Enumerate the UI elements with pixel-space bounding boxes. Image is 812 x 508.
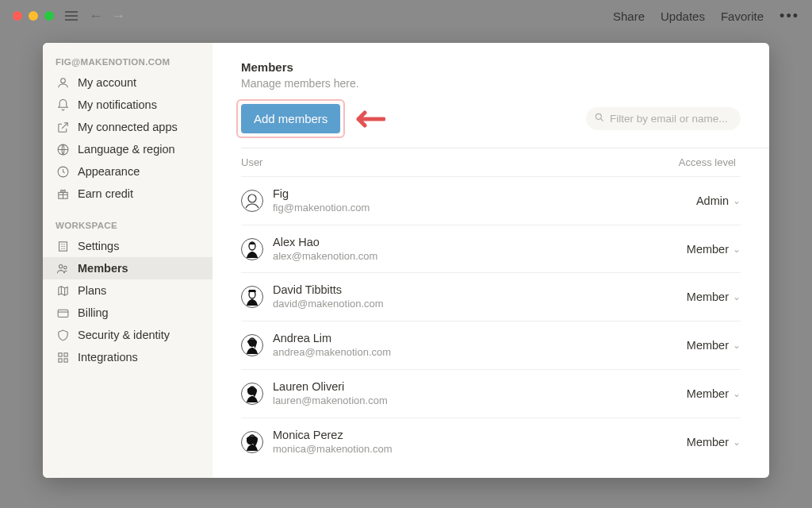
add-members-button[interactable]: Add members bbox=[241, 104, 340, 133]
sidebar-item-earn-credit[interactable]: Earn credit bbox=[43, 183, 213, 205]
sidebar-item-members[interactable]: Members bbox=[43, 257, 213, 279]
table-header: User Access level bbox=[241, 148, 741, 176]
member-name: David Tibbitts bbox=[273, 283, 645, 298]
chevron-down-icon: ⌄ bbox=[733, 195, 741, 206]
more-button[interactable]: ••• bbox=[779, 8, 799, 25]
filter-input[interactable] bbox=[586, 107, 741, 130]
search-icon bbox=[594, 112, 605, 126]
avatar-icon bbox=[56, 75, 70, 90]
sidebar-item-appearance[interactable]: Appearance bbox=[43, 160, 213, 183]
fullscreen-window-button[interactable] bbox=[44, 11, 54, 21]
avatar bbox=[241, 334, 263, 356]
menu-icon[interactable] bbox=[65, 11, 78, 21]
sidebar-item-label: Members bbox=[78, 262, 128, 275]
sidebar-item-label: Appearance bbox=[78, 165, 140, 178]
sidebar-item-notifications[interactable]: My notifications bbox=[43, 94, 213, 116]
window-traffic-lights bbox=[13, 11, 54, 21]
sidebar-item-label: My connected apps bbox=[78, 121, 178, 133]
avatar bbox=[241, 431, 263, 453]
credit-card-icon bbox=[56, 306, 70, 320]
updates-button[interactable]: Updates bbox=[661, 10, 705, 23]
sidebar-item-connected-apps[interactable]: My connected apps bbox=[43, 116, 213, 138]
avatar bbox=[241, 286, 263, 308]
chevron-down-icon: ⌄ bbox=[733, 388, 741, 399]
sidebar-item-my-account[interactable]: My account bbox=[43, 71, 213, 94]
avatar bbox=[241, 383, 263, 405]
svg-rect-10 bbox=[58, 358, 61, 361]
avatar bbox=[241, 190, 263, 212]
svg-rect-9 bbox=[63, 352, 67, 356]
access-level-dropdown[interactable]: Member⌄ bbox=[645, 243, 741, 256]
globe-icon bbox=[56, 142, 70, 156]
access-level-dropdown[interactable]: Member⌄ bbox=[645, 436, 741, 448]
sidebar-item-label: Billing bbox=[78, 306, 109, 319]
member-name: Alex Hao bbox=[273, 235, 645, 250]
sidebar-item-settings[interactable]: Settings bbox=[43, 235, 213, 257]
sidebar-item-label: Settings bbox=[78, 240, 119, 252]
member-name: Fig bbox=[273, 187, 645, 202]
sidebar-item-label: Earn credit bbox=[78, 187, 133, 200]
forward-button[interactable]: → bbox=[111, 8, 125, 25]
close-window-button[interactable] bbox=[13, 11, 22, 21]
grid-icon bbox=[56, 350, 70, 364]
member-name: Monica Perez bbox=[273, 428, 645, 443]
avatar bbox=[241, 238, 263, 260]
sidebar-item-plans[interactable]: Plans bbox=[43, 279, 213, 302]
back-button[interactable]: ← bbox=[89, 8, 103, 25]
bell-icon bbox=[56, 98, 70, 112]
content-pane: Members Manage members here. Add members… bbox=[213, 43, 769, 478]
chevron-down-icon: ⌄ bbox=[733, 244, 741, 255]
sidebar-item-label: My account bbox=[78, 76, 136, 89]
system-topbar: ← → Share Updates Favorite ••• bbox=[0, 0, 812, 32]
external-link-icon bbox=[56, 120, 70, 134]
sidebar-item-label: Plans bbox=[78, 284, 106, 297]
clock-icon bbox=[56, 164, 70, 179]
svg-point-6 bbox=[63, 266, 67, 269]
svg-point-5 bbox=[59, 264, 62, 267]
page-subtitle: Manage members here. bbox=[241, 77, 741, 90]
member-list: Fig fig@makenotion.com Admin⌄ Alex Hao a… bbox=[241, 176, 741, 478]
sidebar-item-integrations[interactable]: Integrations bbox=[43, 346, 213, 368]
chevron-down-icon: ⌄ bbox=[733, 340, 741, 351]
sidebar-item-label: My notifications bbox=[78, 98, 157, 111]
member-row: Lauren Oliveri lauren@makenotion.com Mem… bbox=[241, 369, 741, 418]
svg-rect-4 bbox=[59, 241, 67, 250]
people-icon bbox=[56, 261, 70, 275]
svg-rect-11 bbox=[63, 358, 67, 361]
access-level-dropdown[interactable]: Admin⌄ bbox=[645, 194, 741, 207]
settings-modal: FIG@MAKENOTION.COM My account My notific… bbox=[43, 43, 769, 478]
svg-point-13 bbox=[248, 194, 256, 202]
shield-icon bbox=[56, 328, 70, 342]
column-header-user: User bbox=[241, 156, 645, 168]
account-section-title: FIG@MAKENOTION.COM bbox=[43, 54, 213, 71]
member-row: Monica Perez monica@makenotion.com Membe… bbox=[241, 418, 741, 466]
favorite-button[interactable]: Favorite bbox=[721, 10, 764, 23]
member-name: Lauren Oliveri bbox=[273, 379, 645, 394]
svg-rect-8 bbox=[58, 352, 61, 356]
access-level-dropdown[interactable]: Member⌄ bbox=[645, 387, 741, 400]
access-level-dropdown[interactable]: Member⌄ bbox=[645, 339, 741, 352]
sidebar-item-security[interactable]: Security & identity bbox=[43, 324, 213, 346]
svg-rect-7 bbox=[58, 310, 68, 317]
svg-point-0 bbox=[60, 78, 65, 83]
sidebar-item-language[interactable]: Language & region bbox=[43, 138, 213, 160]
column-header-access: Access level bbox=[645, 156, 741, 168]
settings-sidebar: FIG@MAKENOTION.COM My account My notific… bbox=[43, 43, 213, 478]
map-icon bbox=[56, 283, 70, 298]
minimize-window-button[interactable] bbox=[29, 11, 38, 21]
sidebar-item-label: Integrations bbox=[78, 351, 138, 364]
page-title: Members bbox=[241, 60, 741, 74]
member-email: david@makenotion.com bbox=[273, 298, 645, 311]
access-level-dropdown[interactable]: Member⌄ bbox=[645, 291, 741, 303]
svg-point-12 bbox=[596, 114, 601, 119]
sidebar-item-label: Language & region bbox=[78, 143, 175, 156]
member-name: Andrea Lim bbox=[273, 331, 645, 346]
share-button[interactable]: Share bbox=[613, 10, 645, 23]
gift-icon bbox=[56, 187, 70, 201]
member-email: lauren@makenotion.com bbox=[273, 394, 645, 408]
member-row: Fig fig@makenotion.com Admin⌄ bbox=[241, 176, 741, 225]
member-email: fig@makenotion.com bbox=[273, 202, 645, 215]
member-email: monica@makenotion.com bbox=[273, 443, 645, 456]
chevron-down-icon: ⌄ bbox=[733, 437, 741, 448]
sidebar-item-billing[interactable]: Billing bbox=[43, 302, 213, 324]
